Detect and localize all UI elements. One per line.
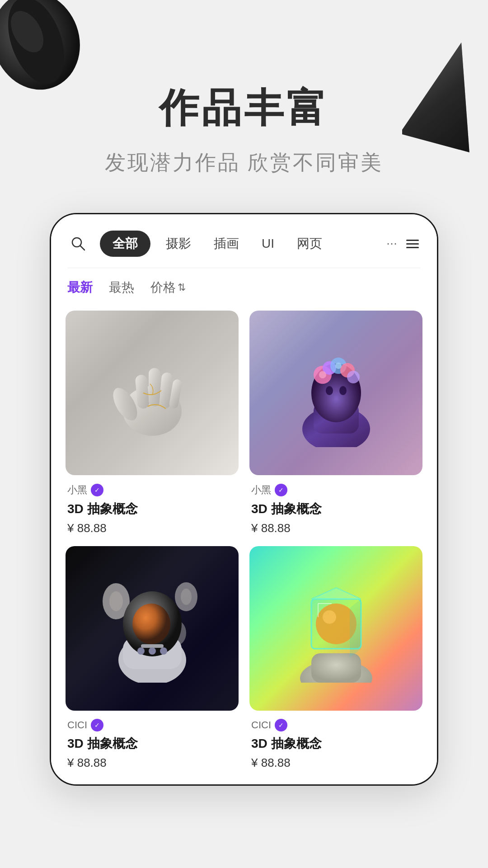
nav-more-icons: ⋯ (386, 236, 421, 252)
sort-tab-price-label: 价格 (150, 279, 176, 296)
sort-tabs: 最新 最热 价格 ⇅ (51, 268, 437, 305)
author-name-2: 小黑 (251, 483, 271, 497)
search-icon (70, 236, 86, 252)
menu-line (406, 247, 419, 248)
sort-tab-price[interactable]: 价格 ⇅ (150, 279, 186, 296)
verified-badge-4: ✓ (275, 719, 287, 731)
svg-rect-34 (141, 644, 164, 648)
product-image-4 (249, 546, 422, 711)
product-card-3[interactable]: CICI ✓ 3D 抽象概念 ¥ 88.88 (60, 541, 244, 775)
product-title-2: 3D 抽象概念 (251, 500, 421, 518)
svg-point-33 (132, 604, 170, 644)
hero-title: 作品丰富 (0, 81, 488, 135)
search-button[interactable] (67, 233, 89, 255)
sort-tab-hot[interactable]: 最热 (109, 279, 134, 296)
verified-check-3: ✓ (94, 722, 100, 729)
author-name-1: 小黑 (67, 483, 87, 497)
svg-point-26 (109, 591, 123, 611)
product-author-3: CICI ✓ (67, 719, 237, 731)
nav-pill-photo[interactable]: 摄影 (159, 231, 198, 257)
sort-price-arrow: ⇅ (178, 282, 186, 293)
hand-image (66, 311, 239, 475)
svg-point-16 (326, 386, 333, 395)
hero-subtitle: 发现潜力作品 欣赏不同审美 (0, 149, 488, 177)
product-title-3: 3D 抽象概念 (67, 735, 237, 752)
product-image-1 (66, 311, 239, 475)
product-meta-3: CICI ✓ 3D 抽象概念 ¥ 88.88 (66, 719, 239, 770)
nav-pill-illustration[interactable]: 插画 (206, 231, 246, 257)
product-meta-4: CICI ✓ 3D 抽象概念 ¥ 88.88 (249, 719, 422, 770)
nav-pill-all[interactable]: 全部 (100, 231, 150, 257)
product-meta-2: 小黑 ✓ 3D 抽象概念 ¥ 88.88 (249, 483, 422, 535)
app-nav: 全部 摄影 插画 UI 网页 ⋯ (67, 231, 421, 268)
product-author-4: CICI ✓ (251, 719, 421, 731)
svg-point-23 (319, 371, 326, 378)
menu-line (406, 240, 419, 241)
product-price-1: ¥ 88.88 (67, 521, 237, 535)
product-title-1: 3D 抽象概念 (67, 500, 237, 518)
product-card-4[interactable]: CICI ✓ 3D 抽象概念 ¥ 88.88 (244, 541, 428, 775)
verified-check-2: ✓ (278, 486, 284, 494)
verified-check-4: ✓ (278, 722, 284, 729)
app-header: 全部 摄影 插画 UI 网页 ⋯ (51, 214, 437, 268)
product-image-2 (249, 311, 422, 475)
nav-pills: 全部 摄影 插画 UI 网页 (100, 231, 375, 257)
cube-illustration (286, 574, 386, 683)
svg-point-28 (181, 589, 192, 605)
verified-badge-2: ✓ (275, 484, 287, 496)
verified-badge-3: ✓ (91, 719, 103, 731)
bust-illustration (286, 339, 386, 447)
product-card-2[interactable]: 小黑 ✓ 3D 抽象概念 ¥ 88.88 (244, 305, 428, 541)
author-name-4: CICI (251, 719, 271, 731)
hand-illustration (103, 339, 202, 447)
author-name-3: CICI (67, 719, 87, 731)
product-price-3: ¥ 88.88 (67, 756, 237, 770)
product-card-1[interactable]: 小黑 ✓ 3D 抽象概念 ¥ 88.88 (60, 305, 244, 541)
product-price-2: ¥ 88.88 (251, 521, 421, 535)
verified-check-1: ✓ (94, 486, 100, 494)
sort-tab-newest[interactable]: 最新 (67, 279, 93, 296)
menu-line (406, 243, 419, 245)
svg-point-36 (149, 647, 156, 655)
nav-menu-icon[interactable] (404, 236, 421, 252)
product-author-2: 小黑 ✓ (251, 483, 421, 497)
svg-point-42 (323, 610, 336, 624)
astronaut-illustration (103, 574, 202, 683)
cube-image (249, 546, 422, 711)
phone-mockup: 全部 摄影 插画 UI 网页 ⋯ 最新 (50, 213, 438, 786)
product-image-3 (66, 546, 239, 711)
product-meta-1: 小黑 ✓ 3D 抽象概念 ¥ 88.88 (66, 483, 239, 535)
verified-badge-1: ✓ (91, 484, 103, 496)
svg-point-24 (335, 363, 342, 369)
svg-point-22 (347, 371, 360, 383)
phone-container: 全部 摄影 插画 UI 网页 ⋯ 最新 (0, 213, 488, 786)
nav-pill-web[interactable]: 网页 (290, 231, 329, 257)
svg-rect-39 (311, 653, 361, 683)
astronaut-image (66, 546, 239, 711)
nav-more-icon[interactable]: ⋯ (386, 237, 398, 250)
svg-point-37 (160, 647, 167, 655)
svg-point-5 (72, 238, 81, 247)
hero-section: 作品丰富 发现潜力作品 欣赏不同审美 (0, 0, 488, 204)
product-price-4: ¥ 88.88 (251, 756, 421, 770)
product-title-4: 3D 抽象概念 (251, 735, 421, 752)
svg-line-6 (80, 246, 84, 250)
svg-rect-10 (149, 368, 160, 406)
nav-pill-ui[interactable]: UI (254, 232, 282, 255)
product-grid: 小黑 ✓ 3D 抽象概念 ¥ 88.88 (51, 305, 437, 784)
svg-point-35 (137, 647, 145, 655)
bust-image (249, 311, 422, 475)
product-author-1: 小黑 ✓ (67, 483, 237, 497)
svg-point-17 (339, 386, 347, 395)
